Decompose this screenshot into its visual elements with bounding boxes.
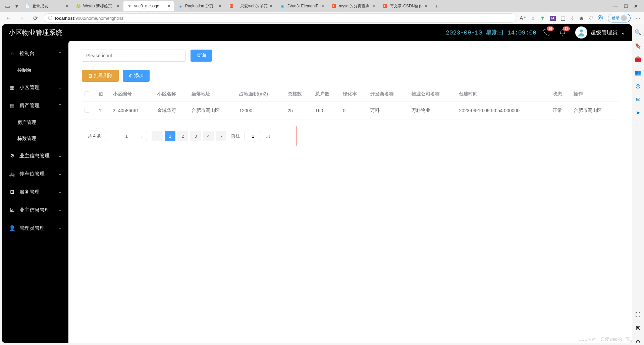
- tab-title: 2Vue3+ElementPl: [287, 4, 319, 8]
- tab-close-icon[interactable]: ×: [321, 3, 324, 9]
- tab-title: 一只爱web的羊驼: [236, 3, 268, 9]
- tab-close-icon[interactable]: ×: [66, 3, 68, 9]
- browser-tab[interactable]: C一只爱web的羊驼×: [225, 1, 276, 11]
- tab-spaces-icon[interactable]: ▭: [3, 1, 12, 11]
- favorite-icon[interactable]: ☆: [531, 15, 535, 21]
- tab-favicon-icon: 👑: [76, 3, 81, 9]
- url-port: :9002: [74, 16, 85, 21]
- tab-favicon-icon: C: [382, 3, 388, 9]
- tab-favicon-icon: 📄: [25, 3, 30, 9]
- tab-favicon-icon: ◈: [178, 3, 183, 9]
- new-tab-button[interactable]: ＋: [432, 1, 441, 11]
- browser-tab[interactable]: ◈Pagination 分页 |×: [174, 1, 225, 11]
- tab-title: Wetab 新标签页: [83, 3, 115, 9]
- login-label: 登录: [611, 15, 620, 21]
- tab-favicon-icon: ▼: [127, 3, 132, 9]
- read-aloud-icon[interactable]: A⁺: [520, 15, 526, 21]
- tab-title: 登录成功: [32, 3, 64, 9]
- browser-tab[interactable]: C写文章-CSDN创作×: [379, 1, 431, 11]
- tab-close-icon[interactable]: ×: [270, 3, 272, 9]
- collections-icon[interactable]: ✧: [570, 15, 575, 21]
- tab-favicon-icon: C: [229, 3, 234, 9]
- refresh-button[interactable]: ⟳: [30, 13, 40, 23]
- browser-tab[interactable]: ▼vue3_messge×: [123, 1, 174, 11]
- tab-close-icon[interactable]: ×: [168, 3, 170, 9]
- tab-close-icon[interactable]: ×: [117, 3, 119, 9]
- forward-button: →: [17, 13, 27, 23]
- more-icon[interactable]: ⋯: [635, 15, 641, 21]
- tab-close-icon[interactable]: ×: [219, 3, 221, 9]
- tab-title: 写文章-CSDN创作: [390, 3, 423, 9]
- extension-icon[interactable]: IA: [550, 16, 556, 21]
- tab-favicon-icon: ▣: [280, 3, 285, 9]
- browser-tab[interactable]: Cmysql的分页查询×: [328, 1, 378, 11]
- login-button[interactable]: 登录: [608, 14, 631, 22]
- window-close-icon[interactable]: ✕: [634, 3, 638, 9]
- tab-bar: ▭ ▾ 📄登录成功×👑Wetab 新标签页×▼vue3_messge×◈Pagi…: [0, 0, 644, 12]
- vue-devtools-icon[interactable]: ▼: [540, 15, 545, 21]
- address-bar: ← → ⟳ ⓘ localhost:9002/home/homerightlis…: [0, 12, 644, 24]
- tab-close-icon[interactable]: ×: [372, 3, 375, 9]
- browser-chrome: ▭ ▾ 📄登录成功×👑Wetab 新标签页×▼vue3_messge×◈Pagi…: [0, 0, 644, 24]
- tab-title: Pagination 分页 |: [185, 3, 217, 9]
- tab-title: vue3_messge: [134, 4, 166, 8]
- tab-title: mysql的分页查询: [339, 3, 370, 9]
- avatar-icon: [621, 15, 627, 21]
- performance-icon[interactable]: ♡: [588, 15, 593, 21]
- tab-close-icon[interactable]: ×: [425, 3, 427, 9]
- info-icon: ⓘ: [48, 15, 52, 21]
- window-maximize-icon[interactable]: □: [624, 3, 628, 9]
- url-input[interactable]: ⓘ localhost:9002/home/homerightlist: [44, 13, 516, 23]
- apps-icon[interactable]: ⊕: [579, 15, 584, 21]
- ie-mode-icon[interactable]: ⓔ: [598, 15, 603, 22]
- split-icon[interactable]: ◫: [560, 15, 566, 21]
- url-host: localhost: [55, 16, 74, 21]
- browser-tab[interactable]: 📄登录成功×: [21, 1, 72, 11]
- browser-tab[interactable]: ▣2Vue3+ElementPl×: [276, 1, 327, 11]
- window-minimize-icon[interactable]: ―: [613, 3, 618, 9]
- back-button[interactable]: ←: [3, 13, 13, 23]
- tab-favicon-icon: C: [331, 3, 337, 9]
- url-path: /home/homerightlist: [85, 16, 123, 21]
- browser-tab[interactable]: 👑Wetab 新标签页×: [72, 1, 123, 11]
- tab-list-icon[interactable]: ▾: [12, 1, 21, 11]
